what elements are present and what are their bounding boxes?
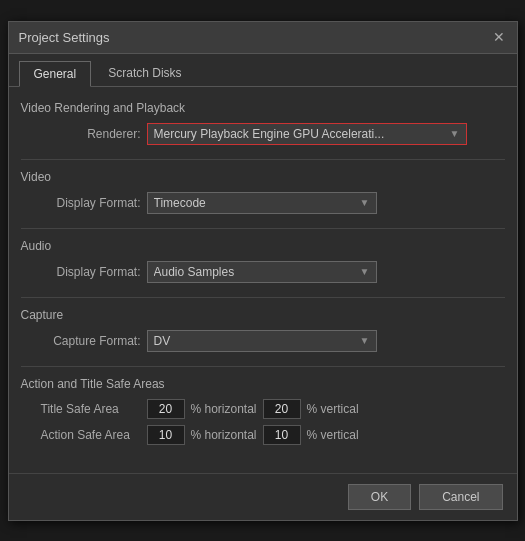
section-video-rendering-label: Video Rendering and Playback	[21, 101, 505, 115]
cancel-button[interactable]: Cancel	[419, 484, 502, 510]
video-display-format-dropdown[interactable]: Timecode ▼	[147, 192, 377, 214]
tab-bar: General Scratch Disks	[9, 54, 517, 87]
dialog-content: Video Rendering and Playback Renderer: M…	[9, 87, 517, 473]
section-video-rendering: Video Rendering and Playback Renderer: M…	[21, 101, 505, 145]
close-button[interactable]: ✕	[491, 30, 507, 44]
title-safe-label: Title Safe Area	[41, 402, 141, 416]
video-display-format-row: Display Format: Timecode ▼	[41, 192, 505, 214]
title-safe-vertical-unit: % vertical	[307, 402, 359, 416]
title-bar: Project Settings ✕	[9, 22, 517, 54]
action-safe-label: Action Safe Area	[41, 428, 141, 442]
video-display-format-label: Display Format:	[41, 196, 141, 210]
divider-2	[21, 228, 505, 229]
renderer-value: Mercury Playback Engine GPU Accelerati..…	[154, 127, 444, 141]
title-safe-horizontal-unit: % horizontal	[191, 402, 257, 416]
audio-display-format-dropdown[interactable]: Audio Samples ▼	[147, 261, 377, 283]
divider-1	[21, 159, 505, 160]
tab-general[interactable]: General	[19, 61, 92, 87]
renderer-dropdown-arrow: ▼	[450, 128, 460, 139]
section-video: Video Display Format: Timecode ▼	[21, 170, 505, 214]
dialog-title: Project Settings	[19, 30, 110, 45]
section-safe-areas-label: Action and Title Safe Areas	[21, 377, 505, 391]
section-video-label: Video	[21, 170, 505, 184]
renderer-dropdown[interactable]: Mercury Playback Engine GPU Accelerati..…	[147, 123, 467, 145]
audio-display-format-row: Display Format: Audio Samples ▼	[41, 261, 505, 283]
action-safe-vertical-unit: % vertical	[307, 428, 359, 442]
action-safe-horizontal-input[interactable]	[147, 425, 185, 445]
audio-display-format-value: Audio Samples	[154, 265, 354, 279]
renderer-row: Renderer: Mercury Playback Engine GPU Ac…	[41, 123, 505, 145]
capture-format-arrow: ▼	[360, 335, 370, 346]
project-settings-dialog: Project Settings ✕ General Scratch Disks…	[8, 21, 518, 521]
video-display-format-value: Timecode	[154, 196, 354, 210]
video-display-format-arrow: ▼	[360, 197, 370, 208]
divider-3	[21, 297, 505, 298]
action-safe-row: Action Safe Area % horizontal % vertical	[41, 425, 505, 445]
tab-scratch-disks[interactable]: Scratch Disks	[93, 60, 196, 86]
dialog-footer: OK Cancel	[9, 473, 517, 520]
divider-4	[21, 366, 505, 367]
section-safe-areas: Action and Title Safe Areas Title Safe A…	[21, 377, 505, 445]
capture-format-row: Capture Format: DV ▼	[41, 330, 505, 352]
audio-display-format-label: Display Format:	[41, 265, 141, 279]
title-safe-horizontal-input[interactable]	[147, 399, 185, 419]
title-safe-row: Title Safe Area % horizontal % vertical	[41, 399, 505, 419]
renderer-label: Renderer:	[41, 127, 141, 141]
section-audio-label: Audio	[21, 239, 505, 253]
capture-format-value: DV	[154, 334, 354, 348]
capture-format-label: Capture Format:	[41, 334, 141, 348]
section-audio: Audio Display Format: Audio Samples ▼	[21, 239, 505, 283]
section-capture: Capture Capture Format: DV ▼	[21, 308, 505, 352]
ok-button[interactable]: OK	[348, 484, 411, 510]
action-safe-vertical-input[interactable]	[263, 425, 301, 445]
audio-display-format-arrow: ▼	[360, 266, 370, 277]
section-capture-label: Capture	[21, 308, 505, 322]
title-safe-vertical-input[interactable]	[263, 399, 301, 419]
action-safe-horizontal-unit: % horizontal	[191, 428, 257, 442]
capture-format-dropdown[interactable]: DV ▼	[147, 330, 377, 352]
